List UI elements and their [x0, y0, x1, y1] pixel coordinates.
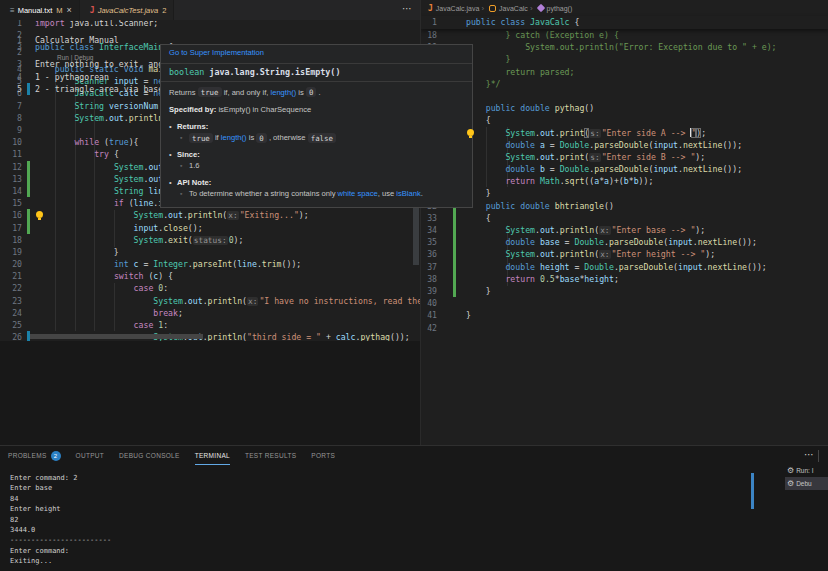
terminal-line: 82 — [10, 515, 111, 525]
gutter-change-marker — [453, 224, 456, 236]
tooltip-text: is — [296, 88, 306, 97]
tab-javacalctest-java[interactable]: J JavaCalcTest.java 2 — [80, 0, 175, 20]
tooltip-text: false — [308, 133, 336, 143]
line-number: 8 — [0, 112, 22, 124]
tooltip-text: Returns: — [177, 122, 208, 131]
text-file-icon: ≡ — [10, 6, 15, 15]
doc-link[interactable]: white space — [338, 189, 378, 198]
code-line[interactable]: 31 } — [421, 187, 828, 199]
close-icon[interactable]: × — [67, 5, 72, 15]
terminal-line: ------------------------ — [10, 535, 111, 545]
doc-link[interactable]: length() — [270, 88, 296, 97]
doc-link[interactable]: length() — [221, 133, 247, 142]
gutter-change-marker — [453, 236, 456, 248]
panel-tab-terminal[interactable]: TERMINAL — [195, 446, 230, 465]
code-line[interactable]: 18 System.exit(status:0); — [0, 234, 420, 246]
editor-tab-bar: ≡ Manual.txt M × J JavaCalcTest.java 2 ⋯ — [0, 0, 420, 20]
panel-tab-debug-console[interactable]: DEBUG CONSOLE — [119, 446, 180, 465]
code-line[interactable]: 40 — [421, 297, 828, 309]
code-line[interactable]: 1public class JavaCalc { — [421, 16, 828, 29]
code-line[interactable]: 32 public double bhtriangle() — [421, 200, 828, 212]
line-number: 39 — [421, 285, 437, 297]
code-line[interactable]: 19 } — [0, 246, 420, 258]
code-line[interactable]: 26 System.out.print(s:"Enter side A --> … — [421, 127, 828, 139]
panel-tab-output[interactable]: OUTPUT — [76, 446, 105, 465]
line-number: 3 — [0, 58, 22, 70]
tooltip-text: if — [213, 133, 221, 142]
terminal-session-item[interactable]: ⚙Run: I — [785, 464, 828, 477]
code-line[interactable]: 16 System.out.println(x:"Exiting..."); — [0, 209, 420, 221]
doc-link[interactable]: isBlank — [396, 189, 420, 198]
breadcrumb-item[interactable]: pythag() — [547, 5, 573, 12]
code-line[interactable]: 27 double a = Double.parseDouble(input.n… — [421, 139, 828, 151]
tooltip-text: 0 — [306, 87, 316, 97]
gutter-change-marker — [27, 209, 30, 221]
terminal-session-item[interactable]: ⚙Debu — [785, 477, 828, 490]
code-line[interactable]: 24 public double pythag() — [421, 102, 828, 114]
breadcrumb-item[interactable]: JavaCalc.java — [436, 5, 480, 12]
lightbulb-icon[interactable] — [467, 129, 474, 136]
code-line[interactable]: 22 case 0: — [0, 282, 420, 294]
line-number: 9 — [0, 124, 22, 136]
breadcrumb-item[interactable]: JavaCalc — [499, 5, 528, 12]
panel-tab-problems[interactable]: PROBLEMS2 — [8, 446, 61, 465]
line-number: 36 — [421, 248, 437, 260]
code-line[interactable]: 28 System.out.print(s:"Enter side B --> … — [421, 151, 828, 163]
problems-count-badge: 2 — [51, 451, 61, 461]
code-line[interactable]: 21 switch (c) { — [0, 270, 420, 282]
line-number: 1 — [0, 34, 22, 46]
gear-icon: ⚙ — [787, 479, 794, 488]
tooltip-text: . — [316, 88, 320, 97]
terminal-scrollbar[interactable] — [751, 473, 754, 509]
line-number: 33 — [421, 212, 437, 224]
line-number: 16 — [0, 209, 22, 221]
code-line[interactable]: 39 } — [421, 285, 828, 297]
terminal-output[interactable]: Enter command: 2Enter base84Enter height… — [10, 473, 111, 567]
tooltip-text: API Note: — [177, 178, 211, 187]
code-line[interactable]: 41} — [421, 309, 828, 321]
code-line[interactable]: 23 System.out.println(x:"I have no instr… — [0, 295, 420, 307]
panel-tab-ports[interactable]: PORTS — [311, 446, 335, 465]
code-line[interactable]: 35 double base = Double.parseDouble(inpu… — [421, 236, 828, 248]
line-number: 14 — [0, 185, 22, 197]
line-number: 2 — [0, 46, 22, 58]
line-number: 5 — [0, 83, 22, 95]
line-number: 26 — [0, 331, 22, 341]
gutter-change-marker — [453, 261, 456, 273]
panel-more-actions-icon[interactable]: ⋯ — [804, 449, 814, 460]
code-line[interactable]: 25 { — [421, 114, 828, 126]
doc-link[interactable]: Go to Super Implementation — [169, 48, 264, 57]
horizontal-scrollbar[interactable] — [30, 334, 203, 339]
terminal-line: Enter command: 2 — [10, 473, 111, 483]
editor-actions-more-icon[interactable]: ⋯ — [402, 3, 412, 14]
tooltip-text: if, and only if, — [222, 88, 271, 97]
code-line[interactable]: 30 return Math.sqrt((a*a)+(b*b)); — [421, 175, 828, 187]
code-line[interactable]: 24 break; — [0, 307, 420, 319]
code-line[interactable]: 36 System.out.println(x:"Enter height --… — [421, 248, 828, 260]
breadcrumb: JJavaCalc.java›JavaCalc›pythag() — [421, 0, 828, 16]
line-number: 18 — [0, 234, 22, 246]
tab-label: Manual.txt — [18, 6, 53, 15]
tooltip-text: true — [198, 87, 222, 97]
code-line[interactable]: 38 return 0.5*base*height; — [421, 273, 828, 285]
code-line[interactable]: 37 double height = Double.parseDouble(in… — [421, 261, 828, 273]
code-line[interactable]: 17 input.close(); — [0, 222, 420, 234]
gutter-change-marker — [453, 212, 456, 224]
panel-tab-test-results[interactable]: TEST RESULTS — [245, 446, 296, 465]
code-line[interactable]: 42 — [421, 322, 828, 334]
line-number: 25 — [0, 319, 22, 331]
code-line[interactable]: 25 case 1: — [0, 319, 420, 331]
line-number: 1 — [421, 16, 437, 28]
tab-manual-txt[interactable]: ≡ Manual.txt M × — [0, 0, 80, 20]
git-modified-indicator: M — [56, 6, 62, 15]
tooltip-text: isEmpty() in CharSequence — [216, 105, 311, 114]
tooltip-text: java.lang.String.isEmpty() — [209, 67, 340, 77]
code-line[interactable]: 33 { — [421, 212, 828, 224]
line-number: 40 — [421, 297, 437, 309]
terminal-line: Enter height — [10, 504, 111, 514]
code-line[interactable]: 29 double b = Double.parseDouble(input.n… — [421, 163, 828, 175]
sticky-scroll-line[interactable]: 1public class JavaCalc { — [421, 16, 828, 29]
code-line[interactable]: 20 int c = Integer.parseInt(line.trim())… — [0, 258, 420, 270]
terminal-line: Enter command: — [10, 546, 111, 556]
code-line[interactable]: 34 System.out.println(x:"Enter base --> … — [421, 224, 828, 236]
